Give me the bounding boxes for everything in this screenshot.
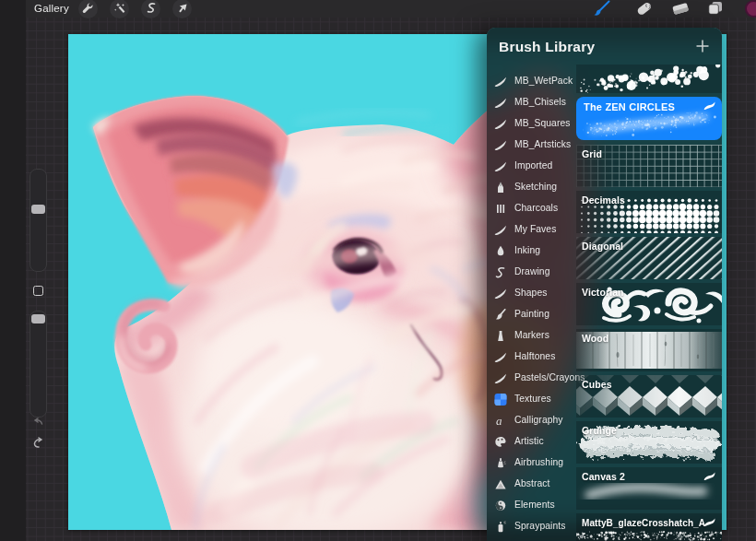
svg-text:a: a	[496, 415, 502, 427]
